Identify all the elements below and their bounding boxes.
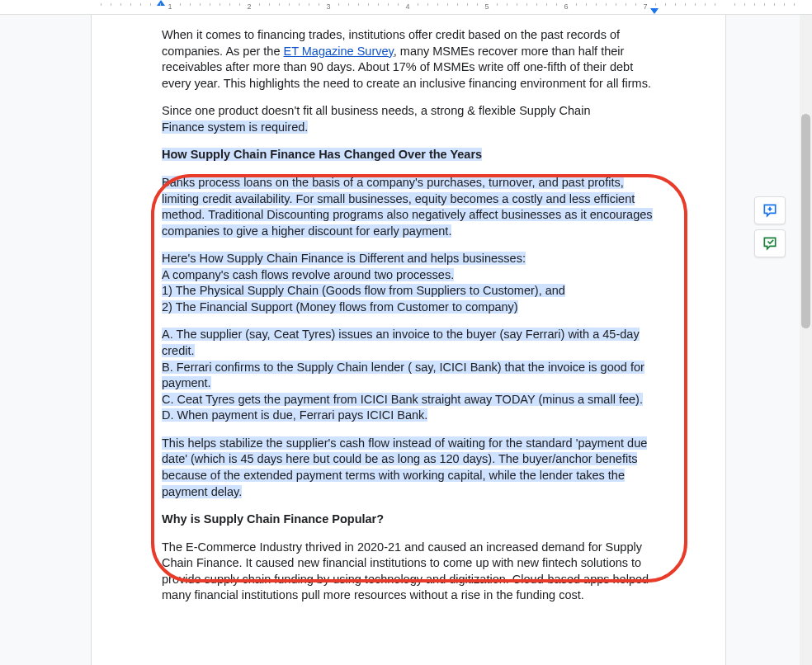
highlighted-text[interactable]: 1) The Physical Supply Chain (Goods flow… [162,284,565,297]
left-indent-marker[interactable] [157,0,165,6]
paragraph[interactable]: A. The supplier (say, Ceat Tyres) issues… [162,327,655,423]
highlighted-text[interactable]: This helps stabilize the supplier's cash… [162,436,647,498]
paragraph[interactable]: This helps stabilize the supplier's cash… [162,436,655,500]
highlighted-text[interactable]: B. Ferrari confirms to the Supply Chain … [162,361,644,390]
ruler-number: 4 [405,2,409,11]
paragraph[interactable]: Since one product doesn't fit all busine… [162,103,655,135]
ruler-number: 2 [247,2,251,11]
highlighted-text[interactable]: Banks process loans on the basis of a co… [162,176,653,238]
body-text[interactable]: Since one product doesn't fit all busine… [162,104,590,117]
highlighted-text[interactable]: How Supply Chain Finance Has Changed Ove… [162,148,482,161]
paragraph[interactable]: Banks process loans on the basis of a co… [162,175,655,239]
ruler-number: 6 [564,2,568,11]
comment-plus-icon [762,202,778,219]
highlighted-text[interactable]: A company's cash flows revolve around tw… [162,268,454,281]
suggest-icon [762,235,778,252]
scroll-thumb[interactable] [801,114,810,328]
highlighted-text[interactable]: A. The supplier (say, Ceat Tyres) issues… [162,328,640,357]
ruler-number: 3 [326,2,330,11]
editor-area: When it comes to financing trades, insti… [0,15,812,665]
section-heading[interactable]: How Supply Chain Finance Has Changed Ove… [162,147,655,163]
add-comment-button[interactable] [754,196,786,224]
ruler-number: 1 [168,2,172,11]
paragraph[interactable]: The E-Commerce Industry thrived in 2020-… [162,540,655,604]
vertical-scrollbar[interactable] [800,15,812,665]
paragraph[interactable]: When it comes to financing trades, insti… [162,27,655,92]
ruler-number: 5 [484,2,489,11]
document-page[interactable]: When it comes to financing trades, insti… [91,15,726,665]
suggest-edits-button[interactable] [754,229,786,257]
highlighted-text[interactable]: Here's How Supply Chain Finance is Diffe… [162,252,526,265]
highlighted-text[interactable]: D. When payment is due, Ferrari pays ICI… [162,408,427,422]
highlighted-text[interactable]: C. Ceat Tyres gets the payment from ICIC… [162,393,643,406]
hyperlink[interactable]: ET Magazine Survey [284,45,394,58]
paragraph[interactable]: Here's How Supply Chain Finance is Diffe… [162,251,655,315]
horizontal-ruler: 1234567 [0,0,812,15]
floating-tools [754,196,787,257]
section-heading[interactable]: Why is Supply Chain Finance Popular? [162,512,655,528]
ruler-number: 7 [643,2,647,11]
highlighted-text[interactable]: Finance system is required. [162,120,308,134]
highlighted-text[interactable]: 2) The Financial Support (Money flows fr… [162,300,518,314]
right-indent-marker[interactable] [650,8,659,14]
